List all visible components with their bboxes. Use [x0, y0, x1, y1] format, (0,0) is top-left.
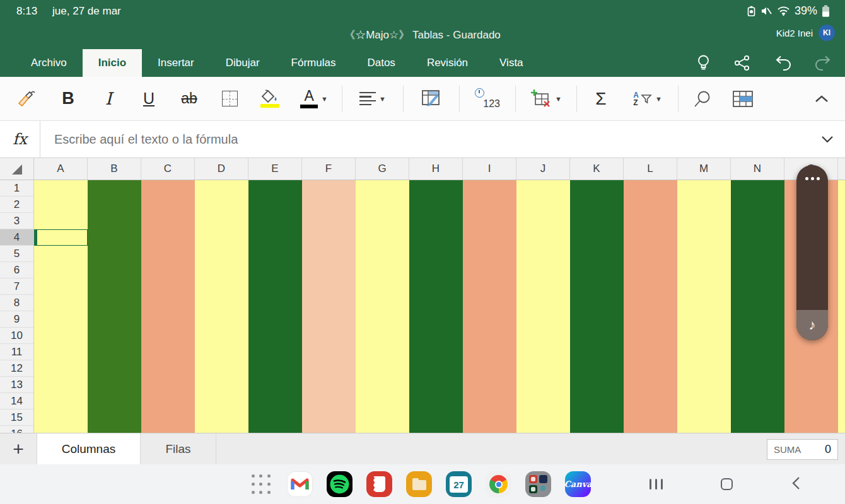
column-header-D[interactable]: D [195, 158, 248, 180]
row-header-16[interactable]: 16 [0, 426, 33, 433]
more-icon[interactable] [796, 165, 828, 192]
strikethrough-button[interactable]: ab [169, 82, 209, 116]
column-header-F[interactable]: F [302, 158, 356, 180]
column-L[interactable] [624, 180, 677, 433]
column-C[interactable] [141, 180, 195, 433]
canva-icon[interactable]: Canva [565, 471, 591, 497]
notes-app-icon[interactable] [366, 471, 392, 497]
row-header-1[interactable]: 1 [0, 180, 33, 197]
avatar[interactable]: KI [819, 25, 835, 41]
column-D[interactable] [195, 180, 248, 433]
sheet-tab-columnas[interactable]: Columnas [37, 433, 141, 464]
column-I[interactable] [463, 180, 516, 433]
row-header-12[interactable]: 12 [0, 360, 33, 377]
column-header-G[interactable]: G [356, 158, 409, 180]
formula-expand-icon[interactable] [810, 135, 845, 143]
column-M[interactable] [677, 180, 731, 433]
row-header-7[interactable]: 7 [0, 278, 33, 295]
row-header-10[interactable]: 10 [0, 328, 33, 344]
tab-inicio[interactable]: Inicio [83, 49, 142, 77]
active-cell-cursor[interactable] [34, 229, 88, 246]
column-header-L[interactable]: L [624, 158, 677, 180]
column-G[interactable] [356, 180, 409, 433]
autosum-icon[interactable]: Σ [581, 82, 621, 116]
column-header-A[interactable]: A [34, 158, 88, 180]
spotify-icon[interactable] [327, 471, 353, 497]
select-all-corner[interactable] [0, 158, 34, 180]
column-header-J[interactable]: J [516, 158, 570, 180]
sum-status-box[interactable]: SUMA 0 [767, 439, 838, 460]
sort-filter-icon[interactable]: AZ ▼ [621, 82, 674, 116]
row-header-15[interactable]: 15 [0, 410, 33, 426]
row-header-6[interactable]: 6 [0, 262, 33, 278]
column-H[interactable] [409, 180, 463, 433]
align-icon[interactable]: ▼ [346, 82, 399, 116]
row-header-4[interactable]: 4 [0, 229, 33, 246]
recents-icon[interactable] [650, 479, 663, 490]
sheet-tab-filas[interactable]: Filas [141, 433, 216, 464]
collapse-ribbon-icon[interactable] [815, 82, 829, 116]
lightbulb-icon[interactable] [696, 54, 711, 72]
column-header-N[interactable]: N [731, 158, 784, 180]
tab-archivo[interactable]: Archivo [15, 49, 83, 77]
column-header-I[interactable]: I [463, 158, 516, 180]
number-format-icon[interactable]: 123 [463, 82, 511, 116]
column-header-H[interactable]: H [409, 158, 463, 180]
column-E[interactable] [248, 180, 302, 433]
gmail-icon[interactable] [287, 471, 313, 497]
calendar-icon[interactable]: 27 [446, 471, 472, 497]
my-files-icon[interactable] [406, 471, 432, 497]
row-header-2[interactable]: 2 [0, 197, 33, 213]
row-header-9[interactable]: 9 [0, 311, 33, 328]
row-header-14[interactable]: 14 [0, 393, 33, 410]
redo-icon[interactable] [815, 55, 832, 71]
formula-input[interactable]: Escribe aquí el texto o la fórmula [40, 132, 810, 147]
column-header-E[interactable]: E [248, 158, 302, 180]
app-folder-icon[interactable] [525, 471, 551, 497]
row-header-11[interactable]: 11 [0, 344, 33, 360]
row-header-8[interactable]: 8 [0, 295, 33, 311]
search-icon[interactable] [682, 82, 723, 116]
tab-insertar[interactable]: Insertar [142, 49, 210, 77]
tab-dibujar[interactable]: Dibujar [210, 49, 276, 77]
column-header-M[interactable]: M [677, 158, 731, 180]
column-J[interactable] [516, 180, 570, 433]
column-header-C[interactable]: C [141, 158, 195, 180]
tab-fórmulas[interactable]: Fórmulas [276, 49, 352, 77]
add-sheet-button[interactable]: + [0, 433, 37, 464]
chrome-icon[interactable] [486, 471, 511, 497]
tab-revisión[interactable]: Revisión [411, 49, 484, 77]
column-F[interactable] [302, 180, 356, 433]
column-K[interactable] [570, 180, 624, 433]
cell-styles-icon[interactable] [407, 82, 455, 116]
app-drawer-icon[interactable] [249, 472, 273, 496]
home-icon[interactable] [721, 478, 733, 490]
row-header-5[interactable]: 5 [0, 246, 33, 262]
column-B[interactable] [88, 180, 141, 433]
insert-delete-cells-icon[interactable]: ▼ [520, 82, 573, 116]
format-painter-icon[interactable] [8, 82, 48, 116]
bold-button[interactable]: B [48, 82, 88, 116]
share-icon[interactable] [734, 55, 750, 71]
account-chip[interactable]: Kid2 Inei KI [776, 25, 835, 41]
row-header-3[interactable]: 3 [0, 213, 33, 229]
tab-datos[interactable]: Datos [351, 49, 411, 77]
font-color-icon[interactable]: A ▼ [290, 82, 338, 116]
undo-icon[interactable] [774, 55, 791, 71]
column-header-K[interactable]: K [570, 158, 624, 180]
column-header-P[interactable]: P [838, 158, 845, 180]
underline-button[interactable]: U [129, 82, 169, 116]
spreadsheet-grid[interactable]: 12345678910111213141516 [0, 180, 845, 433]
row-header-13[interactable]: 13 [0, 377, 33, 393]
edge-panel-handle[interactable]: ♪ [796, 165, 828, 340]
table-view-icon[interactable] [723, 82, 763, 116]
column-N[interactable] [731, 180, 784, 433]
italic-button[interactable]: I [88, 82, 129, 116]
music-widget-handle[interactable]: ♪ [796, 310, 828, 340]
borders-icon[interactable] [209, 82, 250, 116]
fill-color-icon[interactable] [250, 82, 290, 116]
column-A[interactable] [34, 180, 88, 433]
column-P[interactable] [838, 180, 845, 433]
back-icon[interactable] [791, 476, 801, 493]
tab-vista[interactable]: Vista [484, 49, 539, 77]
